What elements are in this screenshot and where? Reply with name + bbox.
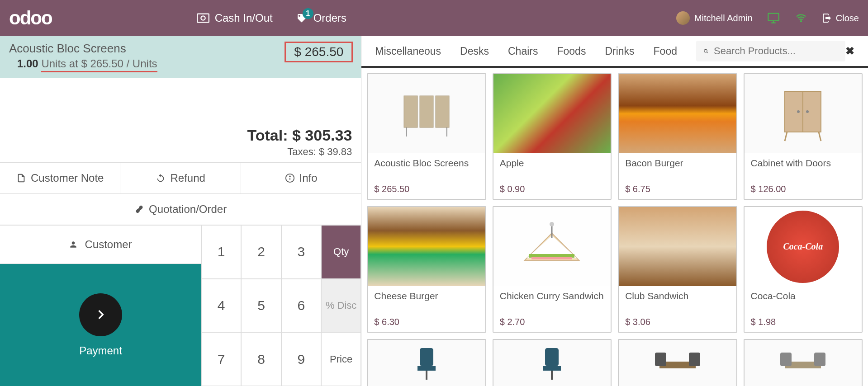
svg-rect-24 — [420, 348, 433, 366]
svg-rect-25 — [417, 366, 436, 371]
avatar — [676, 11, 690, 25]
customer-button[interactable]: Customer — [0, 225, 201, 264]
info-icon — [285, 173, 295, 183]
order-panel: Acoustic Bloc Screens 1.00 Units at $ 26… — [0, 36, 361, 386]
product-card[interactable]: Club Sandwich$ 3.06 — [618, 206, 737, 333]
quotation-button[interactable]: Quotation/Order — [0, 194, 361, 225]
orders-button[interactable]: 1 Orders — [295, 12, 346, 24]
svg-rect-31 — [655, 353, 666, 366]
header-center: Cash In/Out 1 Orders — [197, 12, 346, 24]
orders-badge: 1 — [303, 8, 313, 19]
product-card[interactable]: Cheese Burger$ 6.30 — [367, 206, 486, 333]
product-card[interactable]: Acoustic Bloc Screens$ 265.50 — [367, 73, 486, 200]
product-card[interactable]: Coca-Cola Coca-Cola$ 1.98 — [744, 206, 863, 333]
product-card[interactable]: Cabinet with Doors$ 126.00 — [744, 73, 863, 200]
keypad: 1 2 3 Qty 4 5 6 % Disc 7 8 9 Price — [201, 225, 361, 386]
product-grid: Acoustic Bloc Screens$ 265.50 Apple$ 0.9… — [361, 68, 868, 386]
product-image — [368, 207, 485, 286]
tab-chairs[interactable]: Chairs — [508, 45, 538, 57]
product-card[interactable] — [618, 339, 737, 386]
close-button[interactable]: Close — [821, 13, 859, 24]
tab-foods[interactable]: Foods — [557, 45, 586, 57]
svg-rect-11 — [404, 96, 417, 127]
monitor-icon[interactable] — [766, 12, 781, 24]
product-image — [368, 340, 485, 386]
action-row: Customer Note Refund Info — [0, 162, 361, 194]
key-5[interactable]: 5 — [241, 279, 281, 333]
svg-rect-13 — [436, 96, 449, 127]
wifi-icon[interactable] — [794, 13, 808, 24]
total-amount: Total: $ 305.33 — [9, 127, 352, 144]
product-image — [493, 74, 611, 153]
totals: Total: $ 305.33 Taxes: $ 39.83 — [0, 118, 361, 162]
svg-line-21 — [819, 132, 821, 141]
product-card[interactable]: Apple$ 0.90 — [493, 73, 612, 200]
logo: odoo — [9, 7, 52, 29]
key-price[interactable]: Price — [321, 332, 361, 386]
cash-icon — [197, 13, 209, 24]
order-line-price: $ 265.50 — [285, 42, 353, 62]
person-icon — [69, 240, 78, 249]
product-image — [619, 207, 736, 286]
info-button[interactable]: Info — [241, 163, 361, 193]
svg-rect-28 — [543, 366, 561, 371]
svg-point-23 — [550, 222, 554, 226]
key-3[interactable]: 3 — [281, 225, 321, 279]
user-info[interactable]: Mitchell Admin — [676, 11, 753, 25]
product-image — [493, 207, 611, 286]
link-icon — [134, 204, 144, 214]
product-image: Coca-Cola — [745, 207, 862, 286]
cash-in-out-button[interactable]: Cash In/Out — [197, 12, 273, 24]
search-clear-button[interactable]: ✖ — [845, 45, 854, 57]
key-8[interactable]: 8 — [241, 332, 281, 386]
product-card[interactable]: Bacon Burger$ 6.75 — [618, 73, 737, 200]
category-tabs: Miscellaneous Desks Chairs Foods Drinks … — [361, 36, 868, 68]
product-image — [619, 340, 736, 386]
note-icon — [16, 173, 26, 183]
product-image — [619, 74, 736, 153]
tab-food[interactable]: Food — [654, 45, 677, 57]
svg-rect-2 — [768, 14, 778, 21]
product-card[interactable] — [493, 339, 612, 386]
tab-desks[interactable]: Desks — [460, 45, 489, 57]
refund-button[interactable]: Refund — [120, 163, 241, 193]
key-6[interactable]: 6 — [281, 279, 321, 333]
key-disc[interactable]: % Disc — [321, 279, 361, 333]
svg-rect-12 — [420, 96, 433, 127]
order-line[interactable]: Acoustic Bloc Screens 1.00 Units at $ 26… — [0, 36, 361, 78]
product-image — [493, 340, 611, 386]
exit-icon — [821, 13, 832, 24]
payment-button[interactable]: Payment — [0, 264, 201, 386]
product-panel: Miscellaneous Desks Chairs Foods Drinks … — [361, 36, 868, 386]
svg-point-8 — [289, 176, 290, 177]
svg-point-5 — [801, 21, 802, 22]
product-card[interactable] — [744, 339, 863, 386]
svg-point-9 — [704, 49, 707, 52]
svg-rect-35 — [814, 353, 825, 366]
search-input[interactable] — [714, 45, 838, 57]
product-image — [745, 74, 862, 153]
svg-point-19 — [806, 110, 809, 113]
product-card[interactable] — [367, 339, 486, 386]
product-image — [745, 340, 862, 386]
key-4[interactable]: 4 — [201, 279, 241, 333]
tab-drinks[interactable]: Drinks — [605, 45, 634, 57]
tab-miscellaneous[interactable]: Miscellaneous — [375, 45, 441, 57]
customer-note-button[interactable]: Customer Note — [0, 163, 120, 193]
key-7[interactable]: 7 — [201, 332, 241, 386]
product-image — [368, 74, 485, 153]
bottom-area: Customer Payment 1 2 3 Qty 4 5 6 % Disc … — [0, 225, 361, 386]
product-card[interactable]: Chicken Curry Sandwich$ 2.70 — [493, 206, 612, 333]
key-9[interactable]: 9 — [281, 332, 321, 386]
total-taxes: Taxes: $ 39.83 — [9, 146, 352, 158]
key-2[interactable]: 2 — [241, 225, 281, 279]
key-1[interactable]: 1 — [201, 225, 241, 279]
svg-rect-32 — [689, 353, 700, 366]
search-box — [696, 41, 845, 61]
svg-line-20 — [785, 132, 787, 141]
key-qty[interactable]: Qty — [321, 225, 361, 279]
svg-rect-0 — [197, 14, 209, 23]
svg-line-10 — [707, 52, 707, 53]
refund-icon — [156, 173, 166, 183]
app-header: odoo Cash In/Out 1 Orders Mitchell Admin… — [0, 0, 868, 36]
